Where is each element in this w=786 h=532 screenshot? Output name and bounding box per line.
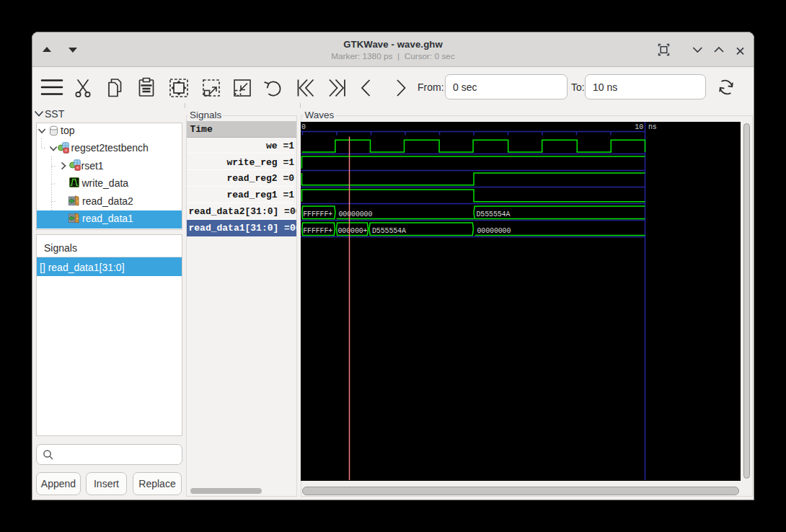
svg-text:10: 10	[635, 123, 643, 131]
svg-text:FFFFFF+: FFFFFF+	[303, 227, 332, 235]
svg-text:0: 0	[301, 123, 306, 131]
svg-text:D555554A: D555554A	[477, 210, 511, 218]
svg-text:ns: ns	[648, 123, 657, 131]
svg-text:000000+: 000000+	[338, 227, 368, 235]
svg-text:00000000: 00000000	[339, 210, 373, 218]
svg-text:00000000: 00000000	[477, 227, 511, 235]
svg-text:FFFFFF+: FFFFFF+	[303, 210, 332, 218]
svg-text:D555554A: D555554A	[372, 227, 406, 235]
